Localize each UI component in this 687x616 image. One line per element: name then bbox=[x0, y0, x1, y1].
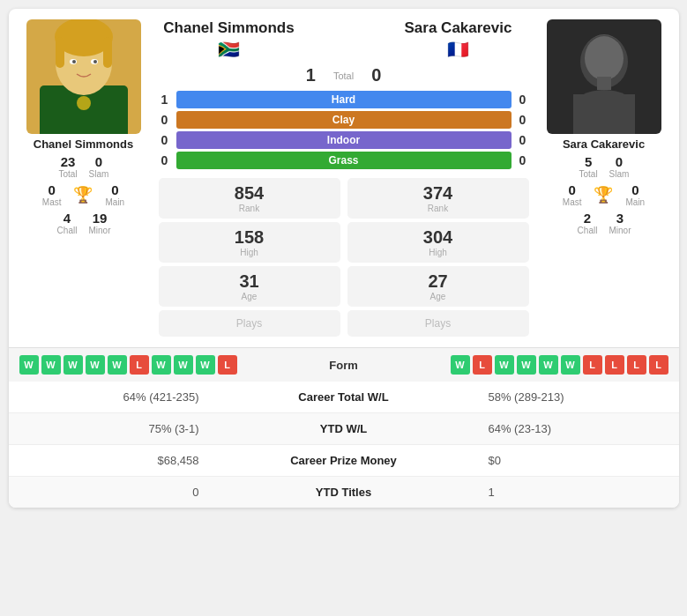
right-slam-stat: 0 Slam bbox=[609, 154, 630, 179]
right-rank-box: 374 Rank bbox=[347, 178, 529, 219]
right-stat-value: $0 bbox=[475, 445, 678, 477]
loss-badge: L bbox=[627, 355, 646, 375]
loss-badge: L bbox=[649, 355, 668, 375]
clay-row: 0 Clay 0 bbox=[159, 111, 529, 129]
right-chall-minor: 2 Chall 3 Minor bbox=[576, 211, 631, 235]
hard-badge: Hard bbox=[176, 91, 512, 108]
left-stat-value: 0 bbox=[9, 477, 212, 508]
right-minor-stat: 3 Minor bbox=[609, 211, 631, 235]
names-row: Chanel Simmonds 🇿🇦 Sara Cakarevic 🇫🇷 bbox=[159, 19, 529, 60]
left-player-title: Chanel Simmonds 🇿🇦 bbox=[159, 19, 300, 60]
right-stat-value: 64% (23-13) bbox=[475, 413, 678, 445]
left-slam-stat: 0 Slam bbox=[89, 154, 109, 179]
right-player-title: Sara Cakarevic 🇫🇷 bbox=[388, 19, 529, 60]
grass-row: 0 Grass 0 bbox=[159, 152, 529, 169]
left-rank-box: 854 Rank bbox=[159, 178, 340, 219]
right-clay-score: 0 bbox=[517, 113, 529, 127]
table-row: 64% (421-235)Career Total W/L58% (289-21… bbox=[9, 382, 679, 413]
left-chall-minor: 4 Chall 19 Minor bbox=[56, 211, 110, 235]
left-high-box: 158 High bbox=[159, 222, 340, 263]
loss-badge: L bbox=[473, 355, 492, 375]
win-badge: W bbox=[63, 355, 83, 375]
left-plays-box: Plays bbox=[159, 310, 340, 337]
loss-badge: L bbox=[605, 355, 624, 375]
left-chall-stat: 4 Chall bbox=[56, 211, 78, 235]
right-stat-value: 1 bbox=[475, 477, 678, 508]
stat-category: Career Total W/L bbox=[212, 382, 476, 413]
win-badge: W bbox=[86, 355, 105, 375]
right-player-name: Sara Cakarevic bbox=[563, 137, 645, 151]
svg-rect-7 bbox=[103, 37, 112, 68]
right-stat-value: 58% (289-213) bbox=[475, 382, 678, 413]
svg-rect-6 bbox=[56, 37, 64, 68]
left-player-column: Chanel Simmonds 23 Total 0 Slam 0 Mast 🏆 bbox=[18, 19, 150, 235]
win-badge: W bbox=[41, 355, 61, 375]
right-chall-stat: 2 Chall bbox=[576, 211, 598, 235]
right-plays-box: Plays bbox=[347, 310, 529, 337]
table-row: 75% (3-1)YTD W/L64% (23-13) bbox=[9, 413, 679, 445]
win-badge: W bbox=[196, 355, 215, 375]
main-card: Chanel Simmonds 23 Total 0 Slam 0 Mast 🏆 bbox=[9, 9, 679, 508]
left-stat-value: 75% (3-1) bbox=[9, 413, 212, 445]
left-flag: 🇿🇦 bbox=[159, 39, 300, 60]
right-total-score: 0 bbox=[371, 65, 381, 85]
svg-rect-18 bbox=[573, 94, 635, 134]
right-form-badges: WLWWWWLLLL bbox=[377, 355, 668, 375]
form-label: Form bbox=[317, 359, 370, 372]
win-badge: W bbox=[539, 355, 558, 375]
total-label: Total bbox=[333, 71, 354, 81]
loss-badge: L bbox=[218, 355, 237, 375]
loss-badge: L bbox=[583, 355, 602, 375]
center-column: Chanel Simmonds 🇿🇦 Sara Cakarevic 🇫🇷 1 T… bbox=[159, 19, 529, 337]
left-trophy-icon: 🏆 bbox=[73, 185, 93, 204]
right-indoor-score: 0 bbox=[517, 133, 529, 147]
right-mast-stat: 0 Mast bbox=[563, 182, 582, 207]
left-form-badges: WWWWWLWWWL bbox=[19, 355, 310, 375]
left-trophy-row: 0 Mast 🏆 0 Main bbox=[42, 182, 124, 207]
indoor-badge: Indoor bbox=[176, 131, 512, 149]
left-player-name: Chanel Simmonds bbox=[34, 137, 133, 151]
win-badge: W bbox=[152, 355, 171, 375]
right-age-box: 27 Age bbox=[347, 266, 529, 307]
win-badge: W bbox=[561, 355, 580, 375]
stats-table: 64% (421-235)Career Total W/L58% (289-21… bbox=[9, 382, 679, 508]
left-stat-value: $68,458 bbox=[9, 445, 212, 477]
svg-point-12 bbox=[77, 96, 91, 110]
right-total-stat: 5 Total bbox=[579, 154, 599, 179]
side-stats-row: 854 Rank 158 High 31 Age Plays bbox=[159, 178, 529, 337]
left-main-stat: 0 Main bbox=[105, 182, 124, 207]
svg-point-11 bbox=[93, 60, 97, 63]
right-high-box: 304 High bbox=[347, 222, 529, 263]
clay-badge: Clay bbox=[176, 111, 512, 129]
svg-rect-19 bbox=[597, 77, 611, 90]
right-hard-score: 0 bbox=[517, 93, 529, 107]
total-score-row: 1 Total 0 bbox=[159, 65, 529, 85]
surface-rows: 1 Hard 0 0 Clay 0 0 Indoor 0 bbox=[159, 91, 529, 169]
win-badge: W bbox=[517, 355, 536, 375]
right-player-photo bbox=[547, 19, 661, 134]
indoor-row: 0 Indoor 0 bbox=[159, 131, 529, 149]
left-stat-value: 64% (421-235) bbox=[9, 382, 212, 413]
left-player-photo bbox=[26, 19, 141, 134]
win-badge: W bbox=[174, 355, 193, 375]
grass-badge: Grass bbox=[176, 152, 512, 169]
hard-row: 1 Hard 0 bbox=[159, 91, 529, 108]
left-player-stats: 23 Total 0 Slam bbox=[58, 154, 109, 179]
right-flag: 🇫🇷 bbox=[388, 39, 529, 60]
table-row: 0YTD Titles1 bbox=[9, 477, 679, 508]
stat-category: Career Prize Money bbox=[212, 445, 476, 477]
win-badge: W bbox=[495, 355, 514, 375]
table-row: $68,458Career Prize Money$0 bbox=[9, 445, 679, 477]
svg-point-16 bbox=[585, 36, 624, 80]
loss-badge: L bbox=[130, 355, 149, 375]
left-total-stat: 23 Total bbox=[58, 154, 78, 179]
left-indoor-score: 0 bbox=[159, 133, 171, 147]
left-minor-stat: 19 Minor bbox=[89, 211, 111, 235]
right-side-stats: 374 Rank 304 High 27 Age Plays bbox=[347, 178, 529, 337]
right-player-stats: 5 Total 0 Slam bbox=[579, 154, 630, 179]
form-section: WWWWWLWWWL Form WLWWWWLLLL bbox=[9, 347, 679, 382]
stat-category: YTD Titles bbox=[212, 477, 476, 508]
stat-category: YTD W/L bbox=[212, 413, 476, 445]
left-hard-score: 1 bbox=[159, 93, 171, 107]
win-badge: W bbox=[108, 355, 127, 375]
